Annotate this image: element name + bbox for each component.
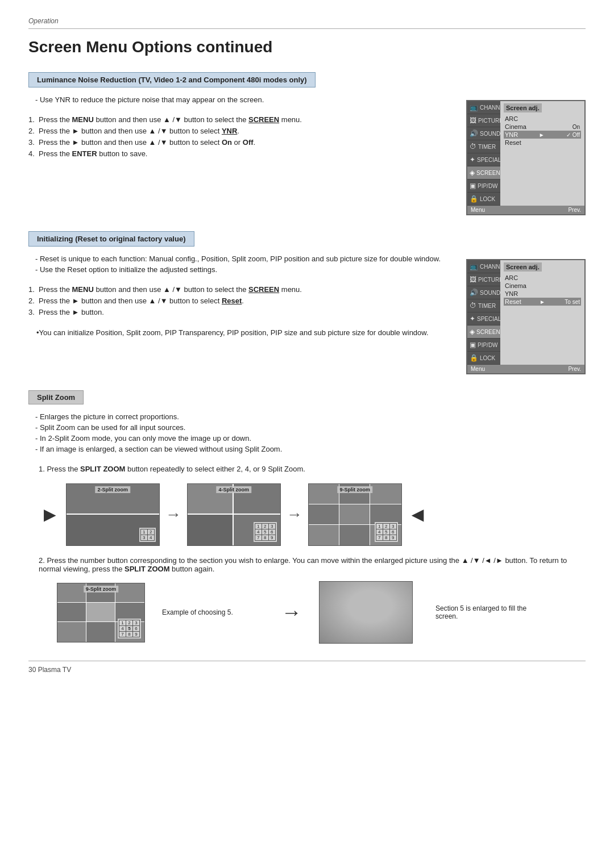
example-caption: Example of choosing 5. xyxy=(162,608,264,616)
tv-menu-2: 📺CHANNEL 🖼PICTURE 🔊SOUND ⏱TIMER ✦SPECIAL… xyxy=(466,259,586,374)
menu1-lock: 🔒LOCK xyxy=(467,193,500,206)
tv-menu-1: 📺CHANNEL 🖼PICTURE 🔊SOUND ⏱TIMER ✦SPECIAL… xyxy=(466,100,586,215)
menu2-bottom-prev: Prev. xyxy=(568,366,581,372)
arrow-bottom-mid: → xyxy=(281,600,302,624)
section1-step-1: Press the MENU button and then use ▲ /▼ … xyxy=(28,115,455,124)
tv-menu-2-body: 📺CHANNEL 🖼PICTURE 🔊SOUND ⏱TIMER ✦SPECIAL… xyxy=(467,260,584,365)
zoom-label-4split: 4-Split zoom xyxy=(216,486,251,493)
zoom-diagrams-row1: ► 2-Split zoom 1234 → 4-Split zoom 123 4… xyxy=(28,483,586,546)
section1-step-3: Press the ► button and then use ▲ /▼ but… xyxy=(28,138,455,147)
section2-content: Reset is unique to each function: Manual… xyxy=(28,254,586,374)
section1-step-2: Press the ► button and then use ▲ /▼ but… xyxy=(28,127,455,135)
section1-bullet-1: Use YNR to reduce the picture noise that… xyxy=(28,95,455,104)
zoom-box-4split: 4-Split zoom 123 456 789 xyxy=(187,483,281,546)
section2-bullets: Reset is unique to each function: Manual… xyxy=(28,254,455,274)
arrow-mid2: → xyxy=(287,506,302,524)
zoom-bottom-left: 9-Split zoom 123 456 789 xyxy=(57,583,145,642)
section3-bullet-1: Enlarges the picture in correct proporti… xyxy=(28,412,586,421)
menu2-channel: 📺CHANNEL xyxy=(467,260,500,273)
zoom-box-9split: 9-Split zoom 123 456 789 xyxy=(308,483,402,546)
section3-bullet-4: If an image is enlarged, a section can b… xyxy=(28,445,586,453)
page-footer: 30 Plasma TV xyxy=(28,666,586,674)
menu1-sound: 🔊SOUND xyxy=(467,127,500,140)
section2-box: Initializing (Reset to original factory … xyxy=(28,231,194,247)
menu1-arc: ARC xyxy=(504,115,581,123)
menu1-special: ✦SPECIAL xyxy=(467,153,500,166)
page-title: Screen Menu Options continued xyxy=(28,38,586,56)
tv-menu-2-bottom: Menu Prev. xyxy=(467,365,584,373)
tv-menu-2-content: Screen adj. ARC Cinema YNR Reset►To set xyxy=(500,260,584,365)
zoom-grid-2split: 1234 xyxy=(139,528,156,542)
menu1-channel: 📺CHANNEL xyxy=(467,101,500,114)
section3-container: Split Zoom Enlarges the picture in corre… xyxy=(28,390,586,644)
menu2-timer: ⏱TIMER xyxy=(467,299,500,312)
menu2-cinema: Cinema xyxy=(504,282,581,290)
section2-text: Reset is unique to each function: Manual… xyxy=(28,254,455,374)
section3-step1: 1. Press the SPLIT ZOOM button repeatedl… xyxy=(28,465,586,473)
menu2-screen: ◈SCREEN xyxy=(467,326,500,339)
menu2-picture: 🖼PICTURE xyxy=(467,273,500,286)
zoom-grid-9split: 123 456 789 xyxy=(375,522,398,542)
menu1-picture: 🖼PICTURE xyxy=(467,114,500,127)
section2-subbullet: •You can initialize Position, Split zoom… xyxy=(28,328,455,337)
tv-menu-2-sidebar: 📺CHANNEL 🖼PICTURE 🔊SOUND ⏱TIMER ✦SPECIAL… xyxy=(467,260,500,365)
section3-bullets: Enlarges the picture in correct proporti… xyxy=(28,412,586,453)
section1-step-4: Press the ENTER button to save. xyxy=(28,149,455,158)
zoom-label-bottom: 9-Split zoom xyxy=(84,586,119,592)
section-caption: Section 5 is enlarged to fill the screen… xyxy=(430,604,544,620)
section1-text: Use YNR to reduce the picture noise that… xyxy=(28,95,455,215)
section3-bullet-2: Split Zoom can be used for all input sou… xyxy=(28,423,586,432)
section2-step-1: Press the MENU button and then use ▲ /▼ … xyxy=(28,285,455,294)
section1-steps: Press the MENU button and then use ▲ /▼ … xyxy=(28,115,455,158)
section3-box: Split Zoom xyxy=(28,390,84,404)
section1-content: Use YNR to reduce the picture noise that… xyxy=(28,95,586,215)
menu1-timer: ⏱TIMER xyxy=(467,140,500,153)
section2-steps: Press the MENU button and then use ▲ /▼ … xyxy=(28,285,455,316)
arrow-right-end: ◄ xyxy=(408,503,428,527)
section1-box: Luminance Noise Reduction (TV, Video 1-2… xyxy=(28,72,316,87)
section-label: Operation xyxy=(28,17,586,25)
menu1-cinema: CinemaOn xyxy=(504,123,581,131)
menu2-special: ✦SPECIAL xyxy=(467,312,500,326)
section1-bullets: Use YNR to reduce the picture noise that… xyxy=(28,95,455,104)
zoom-diagrams-row2: 9-Split zoom 123 456 789 Example of choo… xyxy=(28,581,586,644)
menu2-sound: 🔊SOUND xyxy=(467,286,500,299)
section2-step-2: Press the ► button and then use ▲ /▼ but… xyxy=(28,297,455,305)
section2-bullet-2: Use the Reset option to initialize the a… xyxy=(28,265,455,274)
menu2-lock: 🔒LOCK xyxy=(467,352,500,365)
zoom-box-enlarged xyxy=(319,581,413,644)
menu1-title: Screen adj. xyxy=(504,103,542,112)
tv-menu-1-body: 📺CHANNEL 🖼PICTURE 🔊SOUND ⏱TIMER ✦SPECIAL… xyxy=(467,101,584,206)
menu1-pipdw: ▣PIP/DW xyxy=(467,180,500,193)
section2-step-3: Press the ► button. xyxy=(28,308,455,316)
menu2-ynr: YNR xyxy=(504,290,581,298)
zoom-box-9split-small: 9-Split zoom 123 456 789 xyxy=(57,583,145,642)
arrow-mid1: → xyxy=(165,506,181,524)
zoom-grid-4split: 123 456 789 xyxy=(254,522,277,542)
menu2-title: Screen adj. xyxy=(504,262,542,272)
zoom-box-2split: 2-Split zoom 1234 xyxy=(66,483,160,546)
zoom-label-2split: 2-Split zoom xyxy=(95,486,130,493)
menu1-diagram: 📺CHANNEL 🖼PICTURE 🔊SOUND ⏱TIMER ✦SPECIAL… xyxy=(466,100,586,215)
menu2-arc: ARC xyxy=(504,274,581,282)
top-divider xyxy=(28,28,586,29)
menu1-bottom-prev: Prev. xyxy=(568,207,581,213)
section3-bullet-3: In 2-Split Zoom mode, you can only move … xyxy=(28,434,586,443)
zoom-label-9split: 9-Split zoom xyxy=(337,486,372,493)
menu2-diagram: 📺CHANNEL 🖼PICTURE 🔊SOUND ⏱TIMER ✦SPECIAL… xyxy=(466,259,586,374)
menu1-ynr: YNR►✓ Off xyxy=(504,131,581,139)
arrow-left-large: ► xyxy=(40,503,60,527)
section3-step2: 2. Press the number button corresponding… xyxy=(28,556,586,573)
tv-menu-1-sidebar: 📺CHANNEL 🖼PICTURE 🔊SOUND ⏱TIMER ✦SPECIAL… xyxy=(467,101,500,206)
section2-bullet-1: Reset is unique to each function: Manual… xyxy=(28,254,455,263)
menu2-pipdw: ▣PIP/DW xyxy=(467,339,500,352)
bottom-divider xyxy=(28,661,586,661)
menu2-bottom-menu: Menu xyxy=(471,366,485,372)
menu2-reset: Reset►To set xyxy=(504,298,581,306)
menu1-screen: ◈SCREEN xyxy=(467,166,500,180)
menu1-bottom-menu: Menu xyxy=(471,207,485,213)
zoom-grid-bottom: 123 456 789 xyxy=(118,619,141,639)
tv-menu-1-bottom: Menu Prev. xyxy=(467,206,584,214)
tv-menu-1-content: Screen adj. ARC CinemaOn YNR►✓ Off Reset xyxy=(500,101,584,206)
menu1-reset: Reset xyxy=(504,139,581,147)
